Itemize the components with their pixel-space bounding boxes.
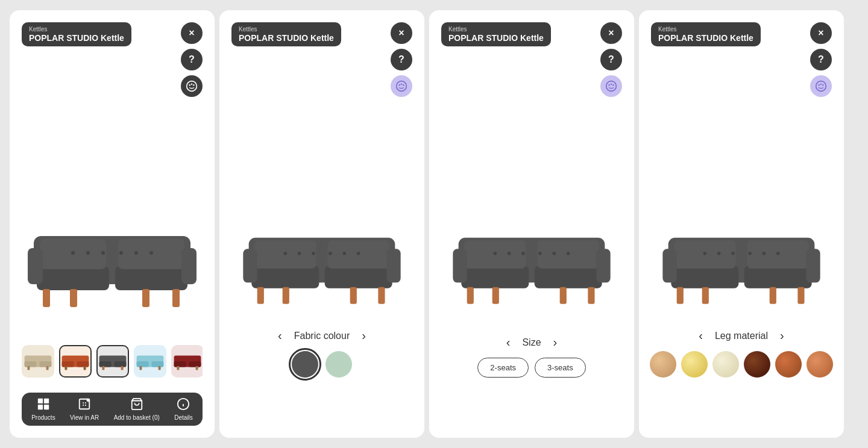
toolbar-details-1[interactable]: Details <box>174 397 193 421</box>
leg-swatch-medium-wood[interactable] <box>775 351 802 378</box>
svg-rect-30 <box>84 366 86 370</box>
svg-rect-45 <box>196 366 198 370</box>
thumbnails-row-1 <box>22 345 203 378</box>
toolbar-ar-1[interactable]: View in AR <box>70 397 99 421</box>
svg-rect-6 <box>115 266 187 290</box>
size-3seats[interactable]: 3-seats <box>535 358 586 378</box>
svg-point-97 <box>567 252 570 255</box>
leg-prev-button[interactable]: ‹ <box>699 329 703 343</box>
svg-point-118 <box>776 252 780 255</box>
svg-point-17 <box>101 251 105 255</box>
fabric-colour-header: ‹ Fabric colour › <box>278 329 366 343</box>
svg-rect-110 <box>702 287 709 304</box>
controls-top-3: × ? <box>600 22 622 97</box>
close-button-1[interactable]: × <box>181 22 203 44</box>
thumb-light-blue[interactable] <box>134 345 166 378</box>
palette-button-4[interactable] <box>810 75 832 97</box>
svg-rect-68 <box>283 287 289 304</box>
swatch-dark-grey[interactable] <box>292 351 318 378</box>
svg-point-78 <box>608 84 610 86</box>
fabric-next-button[interactable]: › <box>362 329 366 343</box>
palette-button-1[interactable] <box>181 75 203 97</box>
leg-swatch-extra[interactable] <box>807 351 833 378</box>
svg-point-51 <box>87 399 90 402</box>
svg-point-115 <box>731 252 735 255</box>
svg-point-92 <box>494 252 497 255</box>
product-tag-1: Kettles POPLAR STUDIO Kettle <box>22 22 131 46</box>
svg-rect-10 <box>181 248 197 284</box>
thumb-beige[interactable] <box>22 345 54 378</box>
svg-rect-69 <box>350 287 357 304</box>
svg-point-96 <box>553 252 556 255</box>
help-button-1[interactable]: ? <box>181 49 203 70</box>
svg-rect-47 <box>44 399 49 403</box>
sofa-display-1 <box>10 46 215 438</box>
leg-options <box>640 351 843 378</box>
leg-swatch-blonde[interactable] <box>712 351 739 378</box>
brand-label-1: Kettles <box>29 26 124 33</box>
fabric-colour-title: Fabric colour <box>294 331 350 341</box>
svg-point-2 <box>191 83 193 85</box>
sofa-display-3 <box>429 46 634 438</box>
thumb-dark-grey[interactable] <box>96 345 129 378</box>
svg-point-71 <box>284 252 288 255</box>
close-button-4[interactable]: × <box>810 22 832 44</box>
svg-rect-91 <box>588 287 594 304</box>
leg-swatch-dark-wood[interactable] <box>744 351 770 378</box>
svg-rect-103 <box>671 266 738 288</box>
leg-swatch-light-wood[interactable] <box>681 351 708 378</box>
svg-point-73 <box>312 252 315 255</box>
svg-rect-13 <box>142 289 149 307</box>
toolbar-basket-1[interactable]: Add to basket (0) <box>114 397 160 421</box>
svg-rect-42 <box>174 361 186 367</box>
sofa-svg-2 <box>237 203 406 317</box>
size-2seats[interactable]: 2-seats <box>477 358 529 378</box>
product-name-2: POPLAR STUDIO Kettle <box>239 33 334 43</box>
thumb-dark-red[interactable] <box>171 345 203 378</box>
controls-top-4: × ? <box>810 22 832 97</box>
size-prev-button[interactable]: ‹ <box>506 335 511 349</box>
products-label: Products <box>31 414 55 421</box>
leg-swatch-tan[interactable] <box>650 351 676 378</box>
palette-button-3[interactable] <box>600 75 622 97</box>
svg-point-101 <box>822 84 824 86</box>
toolbar-products-1[interactable]: Products <box>31 397 55 421</box>
svg-point-59 <box>403 84 404 86</box>
svg-rect-89 <box>492 287 499 304</box>
svg-point-116 <box>748 252 752 255</box>
svg-rect-62 <box>325 266 392 288</box>
panel-2: Kettles POPLAR STUDIO Kettle × ? <box>219 10 424 438</box>
svg-point-0 <box>187 81 197 92</box>
sofa-svg-3 <box>447 203 616 317</box>
svg-rect-34 <box>102 366 104 370</box>
svg-point-18 <box>119 251 123 255</box>
svg-point-74 <box>329 252 332 255</box>
svg-rect-37 <box>137 361 149 367</box>
palette-button-2[interactable] <box>391 75 412 97</box>
svg-point-80 <box>612 84 614 86</box>
close-button-2[interactable]: × <box>391 22 412 44</box>
svg-rect-104 <box>744 266 812 288</box>
svg-rect-107 <box>662 249 676 282</box>
svg-rect-23 <box>39 361 51 367</box>
help-button-4[interactable]: ? <box>810 49 832 70</box>
size-header: ‹ Size › <box>506 335 557 349</box>
svg-rect-22 <box>25 361 37 367</box>
fabric-prev-button[interactable]: ‹ <box>278 329 282 343</box>
help-button-2[interactable]: ? <box>391 49 412 70</box>
leg-next-button[interactable]: › <box>780 329 784 343</box>
svg-point-56 <box>397 81 407 92</box>
svg-rect-24 <box>27 366 30 370</box>
leg-section: ‹ Leg material › <box>639 329 844 378</box>
close-button-3[interactable]: × <box>600 22 622 44</box>
help-button-3[interactable]: ? <box>600 49 622 70</box>
swatch-mint[interactable] <box>326 351 352 378</box>
svg-rect-65 <box>243 249 257 282</box>
thumb-orange[interactable] <box>59 345 92 378</box>
svg-rect-14 <box>172 289 180 307</box>
svg-rect-61 <box>251 266 319 288</box>
size-next-button[interactable]: › <box>553 335 558 349</box>
leg-header: ‹ Leg material › <box>699 329 784 343</box>
svg-rect-35 <box>121 366 124 370</box>
svg-rect-108 <box>806 249 820 282</box>
